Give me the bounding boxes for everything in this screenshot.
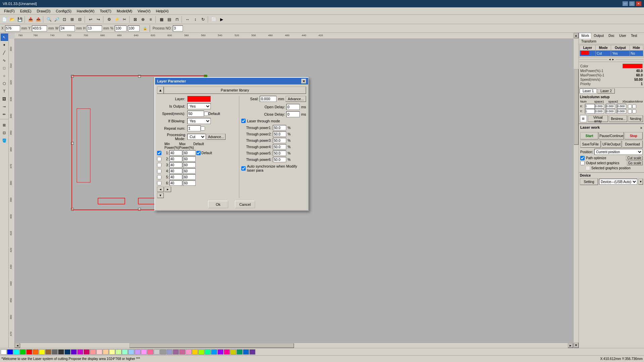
palette-deeppink[interactable]: [224, 349, 230, 355]
h-scrollbar[interactable]: ◄ ►: [15, 343, 573, 348]
through-input-5[interactable]: [273, 150, 286, 156]
laser1-tab[interactable]: Laser 1: [580, 88, 597, 94]
y-input[interactable]: [32, 25, 47, 32]
layer-parameter-dialog[interactable]: Layer Parameter ✕ ▲ Parameter library La…: [154, 77, 309, 211]
color-swatch[interactable]: [623, 64, 643, 68]
through-input-4[interactable]: [273, 144, 286, 149]
new-button[interactable]: 📄: [1, 16, 8, 23]
scale-x-input[interactable]: [115, 25, 127, 32]
device-select[interactable]: Device---(USB:Auto): [599, 179, 637, 185]
palette-lavender[interactable]: [135, 349, 141, 355]
import-button[interactable]: 📥: [27, 16, 34, 23]
scroll-down-btn[interactable]: ▼: [574, 343, 579, 348]
power-min-2[interactable]: [169, 156, 182, 162]
power-max-2[interactable]: [183, 156, 196, 162]
palette-lightgray[interactable]: [154, 349, 160, 355]
settings-button[interactable]: ⚙: [105, 16, 113, 23]
palette-magenta[interactable]: [77, 349, 83, 355]
circle-tool[interactable]: ○: [1, 72, 8, 79]
export-button[interactable]: 📤: [35, 16, 42, 23]
power-check-1[interactable]: [157, 151, 161, 155]
repeat-input[interactable]: [187, 125, 201, 131]
power-check-5[interactable]: [157, 175, 161, 179]
maximize-button[interactable]: □: [629, 1, 635, 6]
v-scroll-track[interactable]: [574, 39, 579, 342]
palette-slateblue[interactable]: [166, 349, 172, 355]
palette-violet[interactable]: [217, 349, 224, 355]
flip-v-button[interactable]: ↕: [192, 16, 199, 23]
palette-hotpink[interactable]: [147, 349, 153, 355]
zoom-fit-button[interactable]: ⊡: [61, 16, 68, 23]
palette-rose[interactable]: [84, 349, 90, 355]
power-default-1[interactable]: [196, 151, 201, 155]
close-button[interactable]: ✕: [636, 1, 641, 6]
menu-edit[interactable]: Edit(E): [17, 8, 34, 14]
palette-white[interactable]: [1, 349, 7, 355]
x-mirror-v[interactable]: [632, 104, 636, 109]
ungroup-button[interactable]: ▤: [165, 16, 173, 23]
bezier-tool[interactable]: ∿: [1, 57, 8, 64]
device-dropdown-arrow[interactable]: ▼: [638, 179, 643, 185]
palette-peach[interactable]: [103, 349, 109, 355]
palette-brown[interactable]: [45, 349, 51, 355]
palette-orange[interactable]: [33, 349, 39, 355]
palette-yellow[interactable]: [39, 349, 45, 355]
menu-draw[interactable]: Draw(D): [34, 8, 53, 14]
pen-tool[interactable]: ✏: [1, 111, 8, 118]
bitmap-tool[interactable]: 🖼: [1, 95, 8, 103]
layer-row[interactable]: Cut Yes No: [580, 51, 643, 56]
power-max-4[interactable]: [183, 168, 196, 174]
zoom-in-button[interactable]: 🔍: [45, 16, 53, 23]
power-min-3[interactable]: [169, 162, 182, 168]
minimize-button[interactable]: —: [623, 1, 628, 6]
y-space1-input[interactable]: [595, 109, 604, 114]
palette-lightyellow[interactable]: [109, 349, 115, 355]
through-input-3[interactable]: [273, 138, 286, 143]
menu-file[interactable]: File(F): [1, 8, 17, 14]
palette-gold[interactable]: [192, 349, 198, 355]
text-tool[interactable]: T: [1, 87, 8, 95]
seal-advance-btn[interactable]: Advance...: [286, 96, 306, 102]
polygon-tool[interactable]: ⬡: [1, 80, 8, 87]
power-next-btn[interactable]: ►: [164, 187, 171, 192]
palette-mauve[interactable]: [173, 349, 179, 355]
tab-doc[interactable]: Doc: [606, 33, 617, 39]
palette-lilac[interactable]: [141, 349, 147, 355]
y-space2-input[interactable]: [606, 109, 615, 114]
power-check-2[interactable]: [157, 157, 161, 161]
menu-model[interactable]: Model(M): [114, 8, 135, 14]
select-tool[interactable]: ↖: [1, 34, 8, 41]
palette-cyan[interactable]: [13, 349, 19, 355]
y-mirror-v[interactable]: [632, 109, 636, 114]
h-scroll-track[interactable]: [20, 343, 568, 348]
palette-medgray[interactable]: [160, 349, 166, 355]
layer-color-display[interactable]: [187, 96, 211, 102]
power-max-3[interactable]: [183, 162, 196, 168]
palette-purple[interactable]: [71, 349, 77, 355]
menu-view[interactable]: View(V): [135, 8, 153, 14]
power-min-5[interactable]: [169, 174, 182, 180]
v-scrollbar[interactable]: ▲ ▼: [573, 33, 579, 348]
power-max-1[interactable]: [183, 150, 196, 156]
power-check-6[interactable]: [157, 181, 161, 185]
palette-orchid[interactable]: [179, 349, 185, 355]
palette-verylightpink[interactable]: [96, 349, 102, 355]
scroll-right-btn[interactable]: ►: [568, 343, 573, 348]
stop-btn[interactable]: Stop: [625, 132, 643, 139]
line-tool[interactable]: ╱: [1, 49, 8, 56]
palette-cobalt[interactable]: [243, 349, 249, 355]
scale-y-input[interactable]: [128, 25, 140, 32]
laser-work-close[interactable]: ✕: [640, 126, 643, 130]
power-max-6[interactable]: [183, 180, 196, 186]
virtual-array-btn[interactable]: Virtual array: [588, 115, 608, 122]
palette-pinklight[interactable]: [186, 349, 192, 355]
zoom-select-button[interactable]: ⊞: [68, 16, 76, 23]
power-check-4[interactable]: [157, 169, 161, 173]
menu-help[interactable]: Help(H): [153, 8, 171, 14]
cancel-btn[interactable]: Cancel: [235, 201, 255, 208]
power-min-4[interactable]: [169, 168, 182, 174]
array-icon[interactable]: ⊞: [580, 115, 587, 122]
power-check-3[interactable]: [157, 163, 161, 167]
u-file-output-btn[interactable]: UFileOutput: [601, 140, 622, 148]
combine-button[interactable]: ⊓: [173, 16, 181, 23]
